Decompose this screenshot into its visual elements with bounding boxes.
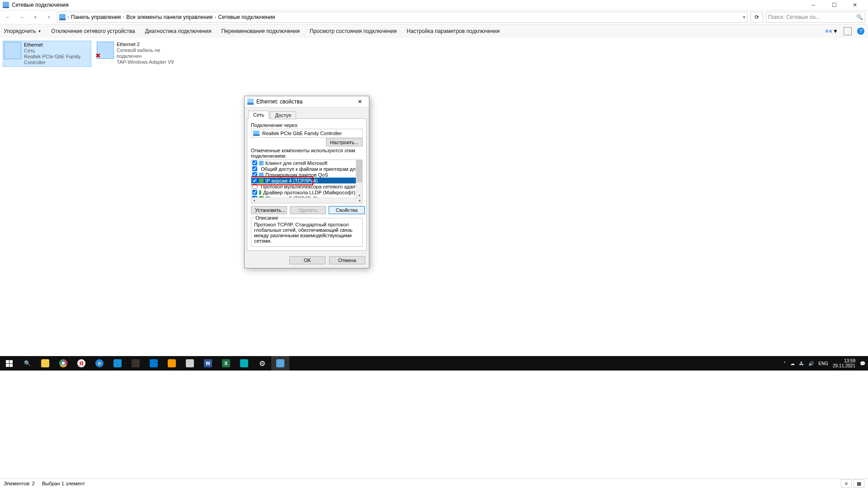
component-label: Протокол мультиплексора сетевого адаптер… [261, 184, 363, 189]
component-checkbox[interactable] [252, 166, 257, 171]
rename-button[interactable]: Переименование подключения [221, 28, 300, 34]
tray-chevron-icon[interactable]: ˄ [783, 361, 786, 366]
network-connection-item[interactable]: Ethernet 2Сетевой кабель не подключенTAP… [96, 41, 184, 67]
excel-icon[interactable]: X [217, 356, 235, 371]
help-button[interactable]: ? [857, 28, 864, 35]
connection-status: Сеть [24, 48, 90, 54]
tray-clock[interactable]: 13:59 29.11.2021 [833, 358, 855, 368]
adapter-name: Realtek PCIe GbE Family Controller [262, 131, 342, 136]
connection-status: Сетевой кабель не подключен [117, 47, 183, 59]
connection-settings-button[interactable]: Настройка параметров подключения [407, 28, 500, 34]
install-button[interactable]: Установить... [251, 206, 287, 214]
start-button[interactable] [0, 356, 18, 371]
scroll-right-arrow[interactable]: ▸ [357, 198, 362, 203]
tray-network-icon[interactable]: 🖧 [799, 361, 804, 366]
tray-volume-icon[interactable]: 🔊 [808, 361, 814, 366]
component-icon [259, 173, 264, 177]
tray-notifications-icon[interactable]: 💬 [860, 361, 865, 366]
svg-rect-6 [253, 131, 259, 134]
details-view-button[interactable]: ≡ [841, 479, 852, 488]
component-checkbox[interactable] [252, 178, 257, 183]
file-explorer-icon[interactable] [36, 356, 54, 371]
disable-device-button[interactable]: Отключение сетевого устройства [51, 28, 135, 34]
app-icon-1[interactable] [108, 356, 127, 371]
component-checkbox[interactable] [252, 190, 257, 195]
components-list[interactable]: Клиент для сетей MicrosoftОбщий доступ к… [251, 160, 363, 203]
close-button[interactable]: ✕ [844, 0, 865, 10]
settings-icon[interactable]: ⚙ [253, 356, 271, 371]
breadcrumb-segment[interactable]: Сетевые подключения [218, 14, 275, 20]
network-connections-taskbar-icon[interactable] [271, 356, 289, 371]
component-label: Драйвер протокола LLDP (Майкрософт) [263, 190, 355, 195]
minimize-button[interactable]: ─ [803, 0, 824, 10]
app-icon-2[interactable] [127, 356, 145, 371]
properties-button[interactable]: Свойства [329, 206, 365, 214]
component-row[interactable]: IP версии 4 (TCP/IPv4) [251, 178, 356, 183]
configure-button[interactable]: Настроить... [326, 138, 363, 146]
component-row[interactable]: Драйвер протокола LLDP (Майкрософт) [251, 189, 356, 195]
tab-access[interactable]: Доступ [270, 111, 296, 119]
app-icon-3[interactable] [235, 356, 253, 371]
description-legend: Описание [254, 215, 280, 221]
remove-button[interactable]: Удалить [290, 206, 326, 214]
component-checkbox[interactable] [252, 172, 257, 177]
search-input[interactable]: Поиск: Сетевые по... 🔍 [766, 12, 865, 23]
scrollbar-thumb[interactable] [356, 160, 362, 183]
cancel-button[interactable]: Отмена [329, 256, 365, 264]
component-checkbox[interactable] [252, 160, 257, 165]
dialog-panel: Подключение через: Realtek PCIe GbE Fami… [247, 118, 367, 251]
component-icon [259, 190, 261, 195]
svg-rect-0 [3, 2, 9, 7]
component-row[interactable]: Планировщик пакетов QoS [251, 172, 356, 178]
component-row[interactable]: Клиент для сетей Microsoft [251, 160, 356, 166]
chrome-icon[interactable] [54, 356, 72, 371]
scroll-left-arrow[interactable]: ◂ [251, 198, 256, 203]
horizontal-scrollbar[interactable]: ◂ ▸ [251, 197, 362, 203]
component-row[interactable]: Общий доступ к файлам и принтерам для се… [251, 166, 356, 172]
dialog-close-button[interactable]: ✕ [354, 97, 366, 106]
tray-language[interactable]: ENG [818, 361, 828, 366]
svg-rect-1 [3, 7, 9, 9]
refresh-button[interactable]: ⟳ [750, 12, 763, 23]
network-connection-item[interactable]: EthernetСетьRealtek PCIe GbE Family Cont… [3, 41, 91, 67]
nic-icon [253, 131, 259, 136]
ok-button[interactable]: OK [289, 256, 326, 264]
nav-back-button[interactable]: ← [3, 12, 14, 23]
description-text: Протокол TCP/IP. Стандартный протокол гл… [254, 222, 359, 244]
nav-up-button[interactable]: ↑ [43, 12, 54, 23]
component-row[interactable]: Протокол мультиплексора сетевого адаптер… [251, 183, 356, 189]
vscode-icon[interactable] [145, 356, 163, 371]
adapter-icon [247, 99, 254, 105]
status-count: Элементов: 2 [4, 481, 35, 486]
icons-view-button[interactable]: ▦ [854, 479, 864, 488]
breadcrumb[interactable]: › Панель управления › Все элементы панел… [57, 12, 748, 23]
connection-name: Ethernet 2 [117, 42, 183, 47]
organize-menu[interactable]: Упорядочить▼ [4, 28, 41, 34]
yandex-icon[interactable]: Я [72, 356, 90, 371]
tab-network[interactable]: Сеть [248, 111, 269, 119]
explorer-titlebar: Сетевые подключения ─ ☐ ✕ [0, 0, 868, 10]
view-status-button[interactable]: Просмотр состояния подключения [310, 28, 396, 34]
component-icon [259, 161, 264, 165]
preview-pane-button[interactable] [844, 27, 852, 35]
connection-icon [97, 42, 114, 59]
view-options-button[interactable]: ▼ [826, 28, 838, 34]
network-connections-icon [3, 2, 9, 8]
word-icon[interactable]: W [199, 356, 217, 371]
connection-name: Ethernet [24, 42, 90, 48]
vertical-scrollbar[interactable]: ▾ [356, 160, 362, 198]
calculator-icon[interactable] [181, 356, 199, 371]
nav-recent-button[interactable]: ▾ [30, 12, 41, 23]
maximize-button[interactable]: ☐ [824, 0, 844, 10]
sublime-icon[interactable] [163, 356, 181, 371]
breadcrumb-segment[interactable]: Все элементы панели управления [126, 14, 212, 20]
ie-icon[interactable]: e [90, 356, 108, 371]
search-button[interactable]: 🔍 [18, 356, 36, 371]
component-checkbox[interactable] [252, 184, 257, 189]
diagnose-button[interactable]: Диагностика подключения [145, 28, 212, 34]
breadcrumb-segment[interactable]: Панель управления [71, 14, 121, 20]
tray-onedrive-icon[interactable]: ☁ [790, 361, 795, 366]
dialog-titlebar[interactable]: Ethernet: свойства ✕ [245, 96, 369, 108]
nav-forward-button[interactable]: → [16, 12, 27, 23]
taskbar: 🔍 Я e W X ⚙ ˄ ☁ 🖧 🔊 ENG 13:59 29.11.2021… [0, 356, 868, 371]
